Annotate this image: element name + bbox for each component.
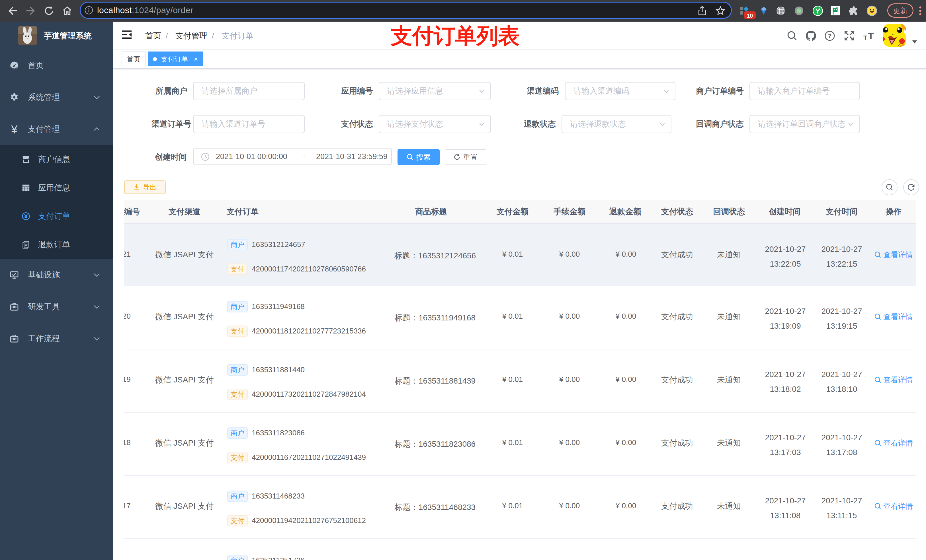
svg-text:?: ?: [828, 32, 831, 39]
